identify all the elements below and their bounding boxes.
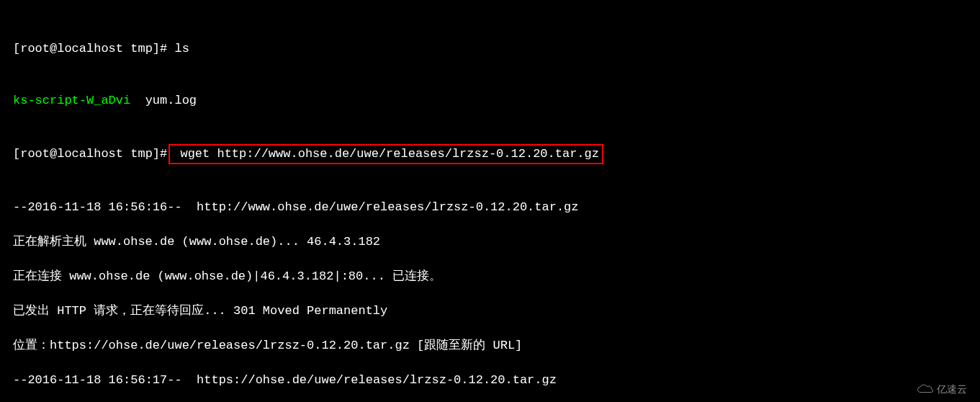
wget-output: 已发出 HTTP 请求，正在等待回应... 301 Moved Permanen… — [13, 303, 967, 320]
shell-prompt: [root@localhost tmp]# — [13, 42, 174, 55]
terminal-window[interactable]: [root@localhost tmp]# ls ks-script-W_aDv… — [0, 0, 980, 402]
file-ks-script: ks-script-W_aDvi — [13, 94, 130, 107]
shell-prompt: [root@localhost tmp]# — [13, 147, 167, 161]
watermark: 亿速云 — [917, 380, 967, 398]
prompt-line-1: [root@localhost tmp]# ls — [13, 40, 967, 58]
cloud-icon — [917, 383, 934, 395]
command-ls: ls — [174, 42, 189, 55]
file-yum-log: yum.log — [130, 94, 197, 107]
wget-output: 正在解析主机 www.ohse.de (www.ohse.de)... 46.4… — [13, 233, 967, 251]
wget-output: 位置：https://ohse.de/uwe/releases/lrzsz-0.… — [13, 337, 967, 354]
wget-output: --2016-11-18 16:56:17-- https://ohse.de/… — [13, 372, 967, 389]
ls-output-1: ks-script-W_aDvi yum.log — [13, 92, 967, 110]
wget-output: --2016-11-18 16:56:16-- http://www.ohse.… — [13, 199, 967, 216]
highlight-wget-command: wget http://www.ohse.de/uwe/releases/lrz… — [168, 144, 603, 164]
command-wget: wget http://www.ohse.de/uwe/releases/lrz… — [173, 147, 599, 161]
prompt-line-2: [root@localhost tmp]# wget http://www.oh… — [13, 144, 967, 164]
wget-output: 正在连接 www.ohse.de (www.ohse.de)|46.4.3.18… — [13, 268, 967, 285]
watermark-text: 亿速云 — [937, 380, 967, 398]
